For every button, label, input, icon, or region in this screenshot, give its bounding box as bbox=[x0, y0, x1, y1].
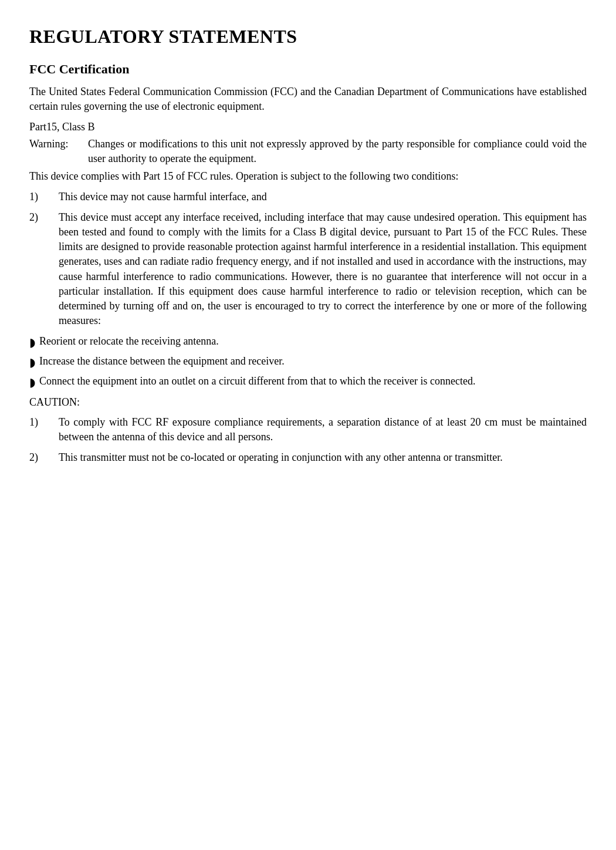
measure-2-text: Increase the distance between the equipm… bbox=[39, 354, 587, 369]
condition-1-text: This device may not cause harmful interf… bbox=[59, 190, 587, 204]
condition-2: 2) This device must accept any interface… bbox=[29, 210, 587, 329]
condition-2-marker: 2) bbox=[29, 210, 59, 225]
caution-2-text: This transmitter must not be co-located … bbox=[59, 450, 587, 465]
condition-2-text: This device must accept any interface re… bbox=[59, 210, 587, 329]
caution-2-marker: 2) bbox=[29, 450, 59, 465]
bullet-2-marker: ◗ bbox=[29, 354, 36, 370]
fcc-rules-paragraph: This device complies with Part 15 of FCC… bbox=[29, 169, 587, 184]
bullet-1-marker: ◗ bbox=[29, 334, 36, 350]
warning-block: Warning: Changes or modifications to thi… bbox=[29, 137, 587, 166]
page-title: REGULATORY STATEMENTS bbox=[29, 23, 587, 50]
fcc-certification-heading: FCC Certification bbox=[29, 60, 587, 79]
conditions-list: 1) This device may not cause harmful int… bbox=[29, 190, 587, 329]
measure-3-text: Connect the equipment into an outlet on … bbox=[39, 374, 587, 389]
condition-1-marker: 1) bbox=[29, 190, 59, 204]
measure-3: ◗ Connect the equipment into an outlet o… bbox=[29, 374, 587, 390]
caution-1-marker: 1) bbox=[29, 415, 59, 430]
measure-1-text: Reorient or relocate the receiving anten… bbox=[39, 334, 587, 349]
caution-label: CAUTION: bbox=[29, 395, 587, 410]
caution-list: 1) To comply with FCC RF exposure compli… bbox=[29, 415, 587, 466]
caution-item-2: 2) This transmitter must not be co-locat… bbox=[29, 450, 587, 465]
warning-label: Warning: bbox=[29, 137, 88, 166]
warning-text: Changes or modifications to this unit no… bbox=[88, 137, 587, 166]
part15-label: Part15, Class B bbox=[29, 120, 587, 134]
intro-paragraph: The United States Federal Communication … bbox=[29, 85, 587, 114]
bullet-3-marker: ◗ bbox=[29, 374, 36, 390]
condition-1: 1) This device may not cause harmful int… bbox=[29, 190, 587, 204]
caution-item-1: 1) To comply with FCC RF exposure compli… bbox=[29, 415, 587, 444]
caution-1-text: To comply with FCC RF exposure complianc… bbox=[59, 415, 587, 444]
measure-1: ◗ Reorient or relocate the receiving ant… bbox=[29, 334, 587, 350]
measure-2: ◗ Increase the distance between the equi… bbox=[29, 354, 587, 370]
